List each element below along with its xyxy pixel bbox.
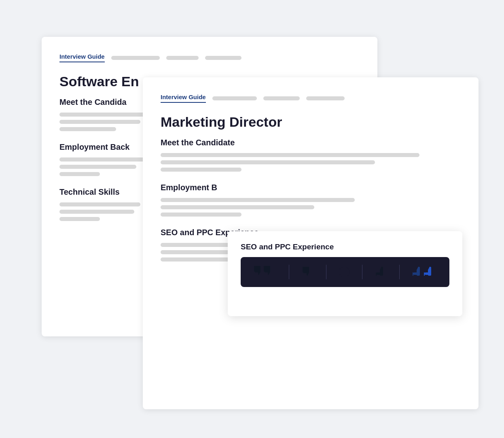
line bbox=[59, 157, 144, 162]
line bbox=[59, 120, 140, 124]
svg-rect-5 bbox=[424, 272, 425, 276]
line bbox=[59, 113, 148, 117]
rating-neutral[interactable] bbox=[332, 263, 356, 281]
back-card-nav: Interview Guide bbox=[59, 53, 360, 62]
rating-strongly-negative[interactable] bbox=[247, 262, 283, 282]
rating-card-title: SEO and PPC Experience bbox=[241, 242, 449, 251]
line bbox=[59, 127, 116, 131]
mid-card-title: Marketing Director bbox=[161, 114, 461, 130]
svg-rect-3 bbox=[376, 272, 377, 276]
rating-divider bbox=[289, 265, 289, 279]
svg-rect-0 bbox=[254, 266, 255, 272]
mid-nav-pill-2 bbox=[263, 96, 300, 100]
mid-nav-pill-1 bbox=[212, 96, 257, 100]
line bbox=[59, 210, 134, 214]
mid-nav-active-tab[interactable]: Interview Guide bbox=[161, 94, 206, 103]
rating-divider bbox=[326, 265, 326, 279]
scene: Interview Guide Software En Meet the Can… bbox=[30, 25, 474, 413]
rating-strongly-positive[interactable] bbox=[405, 262, 443, 282]
line bbox=[59, 172, 100, 176]
svg-rect-4 bbox=[413, 272, 413, 276]
neutral-circle-icon bbox=[339, 266, 350, 278]
back-nav-pill-3 bbox=[205, 56, 241, 60]
mid-nav-pill-3 bbox=[306, 96, 345, 100]
line bbox=[59, 217, 100, 221]
line bbox=[161, 205, 314, 209]
mid-section-1-lines bbox=[161, 153, 461, 172]
line bbox=[161, 153, 419, 157]
svg-rect-2 bbox=[303, 267, 303, 272]
line bbox=[161, 213, 241, 217]
back-nav-pill-2 bbox=[166, 56, 199, 60]
rating-divider bbox=[362, 265, 362, 279]
rating-divider bbox=[399, 265, 400, 279]
back-nav-pill-1 bbox=[111, 56, 160, 60]
rating-negative[interactable] bbox=[294, 262, 320, 282]
rating-options-row bbox=[241, 257, 449, 287]
mid-section-1-heading: Meet the Candidate bbox=[161, 138, 461, 147]
svg-rect-1 bbox=[264, 266, 265, 272]
mid-section-2-heading: Employment B bbox=[161, 183, 461, 192]
line bbox=[59, 165, 136, 169]
rating-card: SEO and PPC Experience bbox=[228, 231, 462, 316]
line bbox=[161, 198, 355, 202]
rating-positive[interactable] bbox=[368, 262, 394, 282]
line bbox=[161, 160, 375, 164]
line bbox=[59, 202, 140, 206]
mid-card-nav: Interview Guide bbox=[161, 94, 461, 103]
line bbox=[161, 168, 241, 172]
mid-section-2-lines bbox=[161, 198, 461, 217]
back-nav-active-tab[interactable]: Interview Guide bbox=[59, 53, 105, 62]
